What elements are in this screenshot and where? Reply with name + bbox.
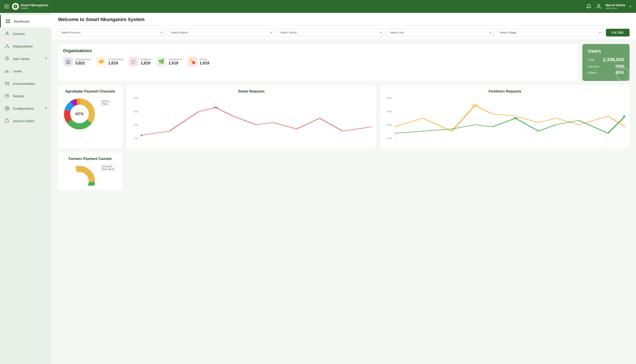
sidebar-item-reports[interactable]: Reports	[0, 90, 52, 102]
organizations-card-title: Organizations	[63, 48, 573, 53]
org-value-others: 1,019	[200, 61, 209, 66]
user-name: Marcel Gatete	[605, 4, 625, 7]
sector-select[interactable]: Select Sector	[277, 28, 384, 36]
user-dropdown-chevron[interactable]: ▼	[629, 5, 632, 8]
org-value-agrodealers: 1,019	[169, 61, 183, 66]
farmers-payment-card: Farmers Payment Cannels	[58, 152, 122, 190]
seeds-chart-canvas	[140, 97, 372, 140]
sidebar-item-organizations[interactable]: Organizations	[0, 40, 52, 52]
svg-text:MTN: MTN	[75, 112, 84, 116]
sidebar-item-agro-inputs[interactable]: Agro Inputs +	[0, 52, 52, 65]
sidebar-label-dashboard: Dashboard	[14, 20, 30, 23]
users-total-label: Total	[588, 58, 594, 62]
main-layout: Dashboard Farmers Organizations Agro Inp…	[0, 13, 636, 364]
top-navigation: Smart Nkunganire System Marcel Gatete ad…	[0, 0, 636, 13]
users-card: Users Total 2,338,043 Farmers 6000 Other…	[582, 44, 629, 81]
sidebar-item-communication[interactable]: Communication	[0, 77, 52, 90]
district-filter-wrapper: Select District ▼	[168, 28, 274, 36]
cell-filter-wrapper: Select Cell ▼	[387, 28, 494, 36]
farmers-icon	[4, 31, 10, 36]
hamburger-menu[interactable]	[4, 5, 9, 8]
org-icon-organizations: 🏢	[63, 57, 73, 66]
province-select[interactable]: Select Province	[58, 28, 165, 36]
lands-icon	[4, 68, 10, 74]
agrodealer-payment-card: Agrodealer Payment Channels	[58, 85, 122, 148]
sidebar-label-reports: Reports	[13, 94, 24, 98]
seeds-requests-chart: 80M 60M 40M 20M	[131, 97, 372, 144]
sidebar-item-farmers[interactable]: Farmers	[0, 28, 52, 40]
service-orders-icon	[4, 118, 10, 124]
logo-text: Smart Nkunganire System	[21, 4, 48, 10]
organizations-header-row: Organizations 🏢 Organizations 3,022 🤝	[58, 44, 629, 81]
notification-icon[interactable]	[586, 4, 592, 10]
farmers-payment-title: Farmers Payment Cannels	[62, 157, 118, 161]
sidebar-item-lands[interactable]: Lands	[0, 65, 52, 77]
organizations-card: Organizations 🏢 Organizations 3,022 🤝	[58, 44, 578, 81]
seeds-requests-card: Seeds Requests 80M 60M 40M 20M	[127, 85, 376, 148]
sidebar-label-organizations: Organizations	[13, 44, 33, 48]
nav-left: Smart Nkunganire System	[4, 3, 48, 10]
org-value-suppliers: 1,019	[141, 61, 151, 66]
logo: Smart Nkunganire System	[12, 3, 48, 10]
reports-icon	[4, 93, 10, 99]
main-content: Welcome to Smart Nkunganire System Selec…	[52, 13, 636, 364]
dashboard-icon	[5, 18, 11, 24]
org-icon-suppliers: 🛒	[129, 57, 139, 66]
charts-row: Agrodealer Payment Channels	[58, 85, 629, 148]
org-stat-organizations: 🏢 Organizations 3,022	[63, 57, 91, 66]
users-total-row: Total 2,338,043	[588, 57, 624, 62]
logo-icon	[12, 3, 19, 10]
province-filter-wrapper: Select Province ▼	[58, 28, 165, 36]
configurations-plus[interactable]: +	[45, 106, 47, 111]
users-farmers-label: Farmers	[588, 65, 599, 68]
org-stat-cooperatives: 🤝 Cooperatives 1,019	[96, 57, 124, 66]
village-select[interactable]: Select Village	[496, 28, 603, 36]
cell-select[interactable]: Select Cell	[387, 28, 494, 36]
organizations-stats: 🏢 Organizations 3,022 🤝 Cooperatives 1,0…	[63, 57, 573, 66]
users-card-title: Users	[588, 48, 624, 54]
svg-rect-3	[6, 22, 8, 23]
seeds-requests-title: Seeds Requests	[131, 90, 372, 93]
org-label-cooperatives: Cooperatives	[108, 58, 124, 61]
svg-rect-4	[8, 22, 10, 23]
sidebar-label-agro-inputs: Agro Inputs	[13, 57, 30, 60]
org-label-organizations: Organizations	[75, 58, 91, 61]
fertilizers-requests-card: Fertilizers Requests 6000 4500 3000 1500	[380, 85, 629, 148]
second-charts-row: Farmers Payment Cannels	[58, 152, 629, 190]
org-stat-info-others: Others 1,019	[200, 58, 209, 66]
village-filter-wrapper: Select Village ▼	[496, 28, 603, 36]
sidebar-item-service-orders[interactable]: Service Orders	[0, 114, 52, 127]
org-stat-agrodealers: 🌿 Agrodealers 1,019	[157, 57, 183, 66]
fertilizers-y-axis: 6000 4500 3000 1500	[385, 97, 393, 140]
sidebar-label-configurations: Configurations	[13, 107, 34, 110]
org-value-organizations: 3,022	[75, 61, 91, 66]
users-total-value: 2,338,043	[603, 57, 624, 62]
org-icon-others: 💊	[188, 57, 198, 66]
filters-bar: Select Province ▼ Select District ▼ Sele…	[52, 26, 636, 40]
user-avatar-icon[interactable]	[596, 4, 602, 10]
org-icon-agrodealers: 🌿	[157, 57, 166, 66]
sidebar-label-service-orders: Service Orders	[13, 119, 34, 123]
sidebar-label-communication: Communication	[13, 82, 35, 86]
sidebar-label-farmers: Farmers	[13, 32, 25, 36]
agro-inputs-plus[interactable]: +	[45, 56, 47, 61]
org-icon-cooperatives: 🤝	[96, 57, 106, 66]
sector-filter-wrapper: Select Sector ▼	[277, 28, 384, 36]
district-select[interactable]: Select District	[168, 28, 274, 36]
org-stat-suppliers: 🛒 Suppliers 1,019	[129, 57, 151, 66]
fertilizers-chart: 6000 4500 3000 1500	[385, 97, 625, 144]
page-header: Welcome to Smart Nkunganire System	[52, 13, 636, 26]
svg-point-5	[7, 32, 8, 33]
farmers-payment-donut	[62, 164, 97, 186]
org-stat-info-suppliers: Suppliers 1,019	[141, 58, 151, 66]
org-label-others: Others	[200, 58, 209, 61]
filter-button[interactable]: FILTER	[606, 29, 629, 36]
user-role: admin user	[605, 7, 617, 10]
donut-chart-svg: MTN	[62, 97, 97, 131]
organizations-icon	[4, 43, 10, 49]
sidebar-item-dashboard[interactable]: Dashboard	[0, 15, 52, 28]
user-info: Marcel Gatete admin user	[605, 4, 625, 10]
sidebar-item-configurations[interactable]: Configurations +	[0, 102, 52, 114]
svg-rect-2	[8, 20, 10, 21]
seeds-y-axis: 80M 60M 40M 20M	[131, 97, 140, 140]
